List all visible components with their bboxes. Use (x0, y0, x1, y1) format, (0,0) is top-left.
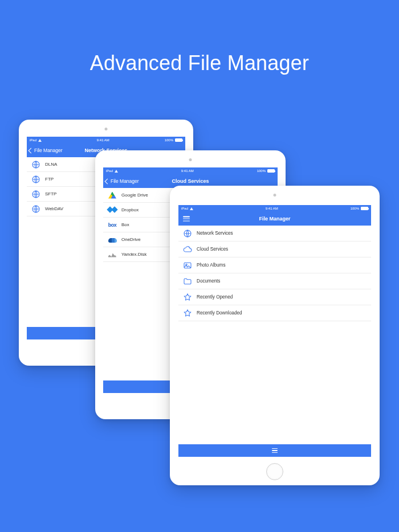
list-item[interactable]: Photo Albums (178, 257, 371, 273)
tablet-main: iPad 9:41 AM 100% File Manager Net (170, 186, 380, 485)
status-battery-label: 100% (257, 169, 266, 173)
item-label: Recently Opened (197, 294, 233, 300)
battery-icon (361, 207, 368, 210)
list-item[interactable]: Network Services (178, 226, 371, 242)
status-time: 9:41 AM (97, 138, 109, 142)
list-item[interactable]: Cloud Services (178, 242, 371, 257)
wifi-icon (115, 170, 118, 173)
battery-icon (267, 169, 275, 173)
back-button[interactable]: File Manager (29, 144, 63, 157)
nav-title: Cloud Services (172, 178, 209, 184)
photo-icon (183, 261, 192, 270)
onedrive-icon (108, 235, 117, 244)
network-icon (183, 229, 192, 238)
list-main: Network Services Cloud Services Photo Al… (178, 226, 371, 444)
network-icon (31, 204, 40, 214)
item-label: FTP (45, 177, 54, 182)
nav-title: File Manager (259, 216, 290, 222)
nav-bar: File Manager (178, 212, 371, 226)
back-button[interactable]: File Manager (105, 174, 139, 188)
list-item[interactable]: Recently Opened (178, 289, 371, 305)
yandex-disk-icon (108, 250, 117, 259)
status-time: 9:41 AM (266, 207, 278, 210)
item-label: Recently Downloaded (197, 310, 242, 316)
item-label: SFTP (45, 191, 56, 197)
folder-icon (183, 277, 192, 286)
item-label: Photo Albums (197, 263, 226, 268)
item-label: Box (121, 222, 129, 227)
dropbox-icon (108, 206, 117, 215)
status-bar: iPad 9:41 AM 100% (178, 205, 371, 212)
item-label: Network Services (197, 231, 233, 236)
battery-icon (175, 138, 182, 142)
list-item[interactable]: Recently Downloaded (178, 305, 371, 321)
bottom-bar (178, 444, 371, 457)
status-bar: iPad 9:41 AM 100% (27, 137, 185, 144)
wifi-icon (38, 139, 42, 142)
item-label: Dropbox (121, 207, 139, 212)
back-label: File Manager (111, 178, 139, 184)
back-label: File Manager (34, 148, 63, 153)
chevron-left-icon (28, 148, 34, 153)
wifi-icon (190, 207, 193, 210)
item-label: Cloud Services (197, 247, 228, 252)
list-view-icon[interactable] (272, 448, 278, 453)
star-icon (183, 293, 192, 302)
status-carrier: iPad (181, 207, 188, 210)
item-label: Google Drive (121, 193, 148, 198)
status-bar: iPad 9:41 AM 100% (103, 167, 278, 174)
item-label: Yandex.Disk (121, 252, 146, 257)
screen-main: iPad 9:41 AM 100% File Manager Net (178, 205, 371, 457)
cloud-icon (183, 245, 192, 254)
status-battery-label: 100% (165, 138, 173, 142)
status-time: 9:41 AM (181, 169, 194, 173)
item-label: OneDrive (121, 237, 141, 242)
headline: Advanced File Manager (0, 0, 399, 75)
tablet-stage: iPad 9:41 AM 100% File Manager Network S… (0, 120, 399, 532)
status-battery-label: 100% (351, 207, 359, 210)
box-icon: box (108, 220, 117, 230)
status-carrier: iPad (30, 138, 36, 142)
status-carrier: iPad (106, 169, 113, 173)
menu-button[interactable] (183, 216, 190, 222)
network-icon (31, 160, 40, 169)
item-label: Documents (197, 279, 220, 284)
item-label: DLNA (45, 162, 57, 167)
star-icon (183, 309, 192, 318)
network-icon (31, 190, 40, 199)
chevron-left-icon (105, 178, 111, 184)
google-drive-icon (108, 191, 117, 200)
list-item[interactable]: Documents (178, 273, 371, 289)
network-icon (31, 175, 40, 184)
item-label: WebDAV (45, 206, 63, 211)
